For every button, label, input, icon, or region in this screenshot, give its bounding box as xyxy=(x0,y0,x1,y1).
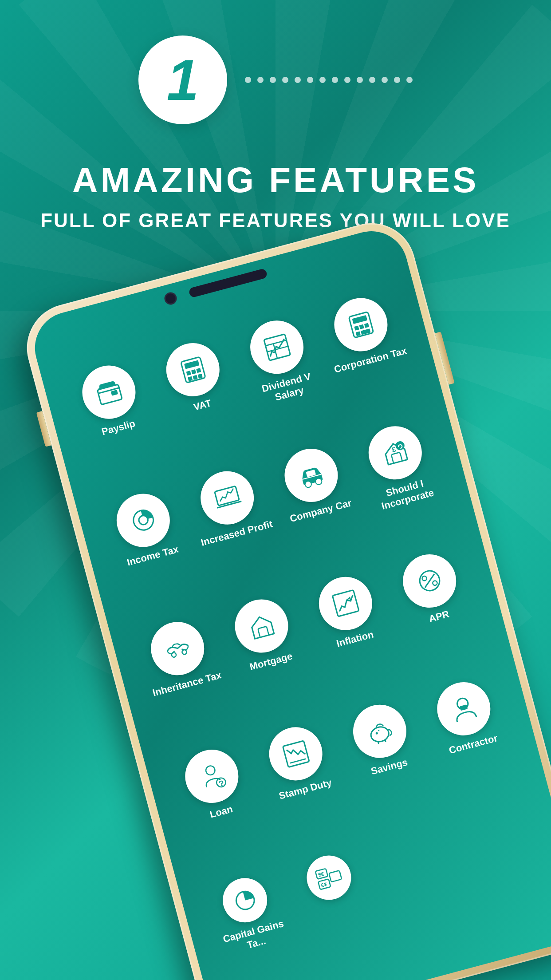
phone-mockup: Payslip xyxy=(17,213,551,980)
svg-rect-1 xyxy=(110,390,118,395)
chart-table-icon xyxy=(259,329,295,365)
contractor-icon-circle xyxy=(431,676,496,742)
dot-9 xyxy=(344,77,350,83)
svg-point-39 xyxy=(205,765,216,776)
dot-8 xyxy=(332,77,338,83)
step-circle: 1 xyxy=(138,36,227,124)
loan-label: Loan xyxy=(209,803,234,821)
dot-3 xyxy=(270,77,276,83)
svg-rect-49 xyxy=(459,704,467,711)
svg-point-30 xyxy=(394,440,405,451)
inflation-label: Inflation xyxy=(335,628,375,650)
svg-point-36 xyxy=(421,576,427,581)
dot-7 xyxy=(319,77,326,83)
mortgage-label: Mortgage xyxy=(248,650,294,673)
dot-10 xyxy=(357,77,363,83)
corporation-tax-icon-circle xyxy=(328,292,394,357)
svg-rect-8 xyxy=(193,375,197,379)
vat-label: VAT xyxy=(192,397,213,413)
svg-line-43 xyxy=(290,759,305,763)
svg-line-46 xyxy=(378,741,379,744)
capital-gains-icon-circle xyxy=(218,873,272,927)
dot-2 xyxy=(257,77,264,83)
contractor-label: Contractor xyxy=(448,732,499,757)
corporation-tax-label: Corporation Tax xyxy=(333,345,408,375)
calculator-icon xyxy=(175,352,211,387)
step-number: 1 xyxy=(167,51,199,109)
currency-icon-circle: $€ £¥ xyxy=(302,850,356,905)
svg-rect-15 xyxy=(352,315,367,324)
line-chart-icon xyxy=(328,586,363,621)
apr-label: APR xyxy=(428,608,451,625)
capital-gains-label: Capital Gains Ta... xyxy=(214,916,296,959)
svg-point-45 xyxy=(375,732,378,735)
person-badge-icon xyxy=(446,691,482,727)
laptop-chart-icon xyxy=(209,480,245,516)
main-title: AMAZING FEATURES xyxy=(40,160,511,201)
stamp-duty-icon-circle xyxy=(263,721,328,786)
stamp-duty-label: Stamp Duty xyxy=(278,777,333,802)
percent-icon xyxy=(412,563,447,599)
speaker xyxy=(188,268,268,298)
dividend-icon-circle xyxy=(244,315,310,380)
svg-point-44 xyxy=(369,725,390,743)
apr-icon-circle xyxy=(397,548,462,613)
phone-outer: Payslip xyxy=(17,213,551,980)
page-content: 1 AMAZING FEATURES FULL OF GREAT FEATURE… xyxy=(0,0,551,980)
svg-rect-7 xyxy=(187,376,192,381)
income-tax-icon-circle xyxy=(110,488,176,553)
dot-4 xyxy=(282,77,288,83)
savings-icon-circle xyxy=(347,699,413,764)
pie-chart-2-icon xyxy=(227,883,263,918)
heading-section: AMAZING FEATURES FULL OF GREAT FEATURES … xyxy=(40,160,511,232)
payslip-icon-circle xyxy=(76,360,142,425)
svg-rect-3 xyxy=(184,360,199,369)
svg-point-37 xyxy=(432,581,437,586)
svg-rect-6 xyxy=(196,368,201,373)
dot-13 xyxy=(394,77,400,83)
svg-rect-5 xyxy=(191,369,196,374)
dot-12 xyxy=(382,77,388,83)
piggy-bank-icon xyxy=(362,714,398,749)
svg-line-47 xyxy=(385,739,386,742)
svg-rect-9 xyxy=(197,373,202,378)
dividend-label: Dividend V Salary xyxy=(247,367,329,410)
handshake-icon xyxy=(160,631,195,666)
inheritance-tax-icon-circle xyxy=(145,616,210,681)
svg-point-41 xyxy=(221,785,223,786)
volume-button xyxy=(36,411,51,447)
inflation-icon-circle xyxy=(313,571,378,636)
svg-rect-55 xyxy=(329,870,342,882)
phone-screen: Payslip xyxy=(27,223,551,980)
dot-6 xyxy=(307,77,313,83)
dot-11 xyxy=(369,77,375,83)
loan-icon-circle xyxy=(179,744,244,809)
house-pound-icon: £ xyxy=(378,435,413,470)
increased-profit-label: Increased Profit xyxy=(200,518,274,549)
wallet-icon xyxy=(91,375,127,410)
svg-point-33 xyxy=(181,649,187,655)
vat-icon-circle xyxy=(160,337,225,402)
person-coins-icon xyxy=(194,759,230,794)
svg-rect-19 xyxy=(355,331,360,336)
incorporate-label: Should I Incorporate xyxy=(366,473,447,516)
svg-rect-18 xyxy=(364,323,369,328)
inheritance-tax-label: Inheritance Tax xyxy=(151,669,223,699)
sub-title: FULL OF GREAT FEATURES YOU WILL LOVE xyxy=(40,209,511,232)
increased-profit-icon-circle xyxy=(195,465,260,530)
company-car-label: Company Car xyxy=(288,497,353,525)
chart-down-icon xyxy=(278,736,314,772)
house-icon xyxy=(244,608,279,644)
app-grid: Payslip xyxy=(53,278,551,980)
svg-rect-4 xyxy=(186,371,191,375)
svg-point-32 xyxy=(171,652,176,658)
payslip-label: Payslip xyxy=(100,418,136,438)
income-tax-label: Income Tax xyxy=(126,543,180,568)
svg-rect-17 xyxy=(359,324,364,329)
step-dots xyxy=(245,77,413,83)
svg-rect-16 xyxy=(354,325,359,330)
calculator-2-icon xyxy=(343,307,379,343)
company-car-icon-circle xyxy=(279,443,344,508)
incorporate-icon-circle: £ xyxy=(362,420,428,486)
dot-14 xyxy=(406,77,413,83)
